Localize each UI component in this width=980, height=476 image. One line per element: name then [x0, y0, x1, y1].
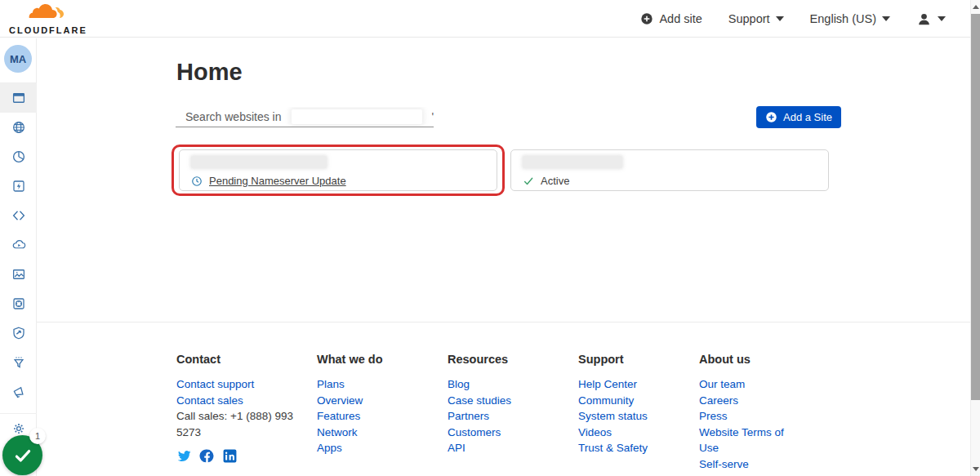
footer-link-item: Contact sales [176, 393, 311, 409]
chevron-down-icon [882, 16, 890, 21]
safe-icon [11, 296, 26, 311]
redacted-site-name [523, 156, 622, 168]
contact-support-link[interactable]: Contact support [176, 378, 254, 390]
site-card-active[interactable]: Active [510, 149, 829, 191]
press-link[interactable]: Press [699, 410, 728, 422]
footer-link-item: Our team [699, 376, 804, 393]
footer-heading: Support [578, 353, 684, 366]
site-status-pending[interactable]: Pending Nameserver Update [191, 175, 485, 187]
plans-link[interactable]: Plans [317, 378, 345, 390]
site-card-pending[interactable]: Pending Nameserver Update [179, 149, 497, 191]
add-a-site-button[interactable]: Add a Site [756, 106, 841, 128]
footer-link-item: Apps [317, 440, 423, 456]
footer-column-contact: Contact Contact support Contact sales Ca… [176, 353, 311, 464]
case-studies-link[interactable]: Case studies [448, 394, 511, 407]
left-sidebar: MA [0, 38, 37, 476]
scrollbar-up-arrow[interactable] [973, 5, 979, 9]
language-menu[interactable]: English (US) [810, 12, 890, 25]
site-status-active: Active [523, 175, 817, 187]
footer-column-support: Support Help Center Community System sta… [578, 353, 684, 456]
footer-link-item: Contact support [176, 376, 311, 393]
user-menu[interactable] [916, 11, 946, 27]
social-icons [176, 448, 311, 464]
redacted-site-name [191, 156, 327, 168]
footer-divider [37, 322, 970, 323]
cloudflare-logo[interactable]: CLOUDFLARE [9, 3, 82, 35]
footer-link-item: Trust & Safety [578, 440, 684, 456]
help-center-link[interactable]: Help Center [578, 378, 637, 390]
cloudflare-logo-text: CLOUDFLARE [9, 25, 82, 35]
funnel-icon [11, 355, 26, 370]
add-site-link[interactable]: Add site [640, 12, 702, 25]
customers-link[interactable]: Customers [448, 426, 501, 438]
scrollbar-down-arrow[interactable] [973, 467, 979, 471]
support-label: Support [728, 12, 770, 25]
pending-status-label: Pending Nameserver Update [209, 175, 346, 187]
api-link[interactable]: API [448, 442, 466, 454]
our-team-link[interactable]: Our team [699, 378, 745, 390]
footer-link-item: Help Center [578, 376, 684, 393]
lightning-icon [11, 179, 26, 194]
twitter-icon[interactable] [176, 448, 192, 464]
features-link[interactable]: Features [317, 410, 360, 422]
vertical-scrollbar[interactable] [970, 0, 980, 476]
sidebar-item-speed[interactable] [0, 171, 37, 201]
call-sales-text: Call sales: +1 (888) 993 5273 [176, 408, 311, 440]
partners-link[interactable]: Partners [448, 410, 489, 422]
blog-link[interactable]: Blog [448, 378, 470, 390]
footer-link-item: Features [317, 408, 423, 425]
system-status-link[interactable]: System status [578, 410, 648, 422]
network-link[interactable]: Network [317, 426, 358, 438]
sidebar-item-analytics[interactable] [0, 142, 37, 171]
megaphone-icon [11, 385, 26, 399]
language-label: English (US) [810, 12, 876, 25]
plus-circle-icon [765, 111, 777, 123]
top-navigation: Add site Support English (US) [640, 0, 946, 38]
clock-icon [191, 176, 203, 187]
sidebar-item-notifications[interactable] [0, 377, 37, 407]
subscription-agreement-link[interactable]: Self-serve Subscription Agreement [699, 458, 760, 476]
footer-column-what-we-do: What we do Plans Overview Features Netwo… [317, 353, 423, 456]
footer-link-item: Network [317, 425, 423, 441]
chevron-down-icon [938, 16, 946, 21]
footer-heading: Resources [448, 353, 554, 366]
account-avatar[interactable]: MA [4, 45, 32, 73]
footer-link-item: Overview [317, 393, 423, 409]
footer-link-item: Website Terms of Use [699, 425, 804, 456]
sidebar-item-images[interactable] [0, 260, 37, 289]
trust-safety-link[interactable]: Trust & Safety [578, 442, 648, 454]
footer-link-item: API [448, 440, 554, 456]
footer-link-item: Case studies [448, 393, 554, 409]
active-status-label: Active [541, 175, 569, 187]
videos-link[interactable]: Videos [578, 426, 612, 438]
pie-chart-icon [11, 149, 26, 164]
careers-link[interactable]: Careers [699, 394, 738, 407]
community-link[interactable]: Community [578, 394, 634, 407]
add-a-site-label: Add a Site [783, 111, 832, 123]
sidebar-item-security-center[interactable] [0, 289, 37, 318]
footer-column-about-us: About us Our team Careers Press Website … [699, 353, 804, 476]
sidebar-item-traffic[interactable] [0, 348, 37, 377]
sidebar-item-security[interactable] [0, 318, 37, 348]
globe-icon [11, 120, 26, 135]
split-diamond-icon [11, 208, 26, 223]
sidebar-item-caching[interactable] [0, 201, 37, 230]
top-header: CLOUDFLARE Add site Support English (US) [0, 0, 970, 38]
footer-column-resources: Resources Blog Case studies Partners Cus… [448, 353, 554, 456]
facebook-icon[interactable] [199, 448, 215, 464]
overview-link[interactable]: Overview [317, 394, 363, 407]
plus-circle-icon [640, 12, 653, 25]
apps-link[interactable]: Apps [317, 442, 342, 454]
sidebar-item-websites[interactable] [0, 83, 37, 113]
sidebar-item-stream[interactable] [0, 230, 37, 260]
linkedin-icon[interactable] [222, 448, 238, 464]
terms-of-use-link[interactable]: Website Terms of Use [699, 426, 784, 455]
shield-arrow-icon [11, 326, 26, 340]
sidebar-item-domain-registration[interactable] [0, 113, 37, 142]
scrollbar-thumb[interactable] [971, 14, 980, 400]
footer-link-item: Partners [448, 408, 554, 425]
search-input[interactable]: Search websites in 's Accou [176, 107, 434, 127]
contact-sales-link[interactable]: Contact sales [176, 394, 243, 407]
chevron-down-icon [776, 16, 784, 21]
support-menu[interactable]: Support [728, 12, 784, 25]
